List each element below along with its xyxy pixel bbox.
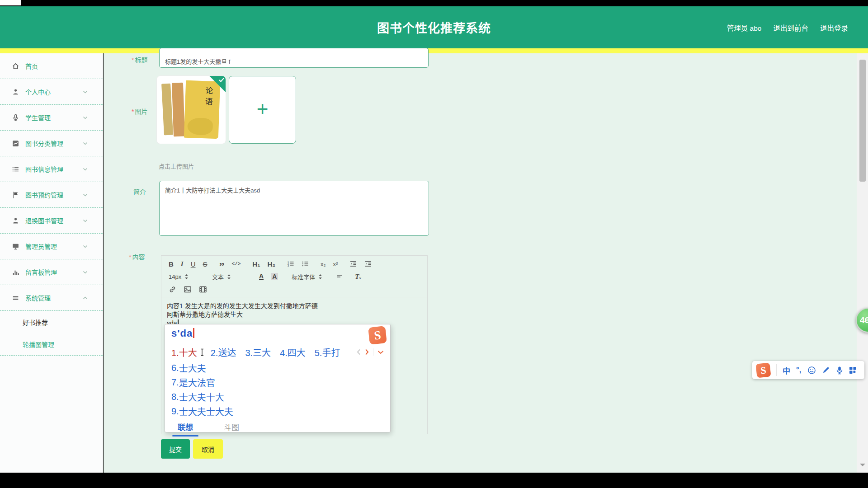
- sidebar-item-book-return-mgmt[interactable]: 退换图书管理: [0, 208, 103, 234]
- outdent-button[interactable]: [346, 258, 361, 269]
- title-input[interactable]: [159, 48, 429, 68]
- sidebar-subitem-good-book-recommend[interactable]: 好书推荐: [0, 311, 103, 333]
- title-label: *标题: [132, 55, 147, 64]
- home-icon: [12, 62, 19, 70]
- align-button[interactable]: [332, 271, 347, 282]
- chinese-mode-icon[interactable]: 中: [783, 365, 790, 376]
- cancel-button[interactable]: 取消: [193, 439, 223, 459]
- book-cover-art: [172, 83, 185, 137]
- upload-hint: 点击上传图片: [159, 162, 194, 170]
- content-line: 内容1 发生大是的发的发生大发生大发到付撒地方萨德: [167, 302, 422, 310]
- ime-candidate-8[interactable]: 8.士大夫十大: [165, 389, 390, 404]
- ime-tab-suggest[interactable]: 联想: [172, 420, 198, 436]
- insert-link-button[interactable]: [165, 284, 180, 295]
- sidebar-item-label: 管理员管理: [25, 242, 83, 251]
- bar-chart-icon: [12, 268, 19, 276]
- sidebar-item-book-info-mgmt[interactable]: 图书信息管理: [0, 156, 103, 182]
- underline-button[interactable]: U: [187, 258, 199, 269]
- sidebar-item-system-mgmt[interactable]: 系统管理: [0, 285, 103, 311]
- chevron-down-icon: [83, 245, 88, 248]
- chevron-down-icon: [83, 90, 88, 94]
- intro-textarea[interactable]: 简介1十大防守打法士大夫士大夫asd: [159, 181, 429, 236]
- ime-candidate-2[interactable]: 2.送达: [211, 346, 236, 359]
- sidebar-item-home[interactable]: 首页: [0, 53, 103, 79]
- heading1-button[interactable]: H₁: [249, 258, 264, 269]
- submit-button[interactable]: 提交: [161, 439, 190, 459]
- scrollbar-down-arrow[interactable]: [860, 464, 865, 469]
- page-next-icon[interactable]: [365, 349, 369, 355]
- sidebar-item-book-category-mgmt[interactable]: 图书分类管理: [0, 131, 103, 156]
- ime-pinyin: s'da: [171, 328, 193, 339]
- editor-toolbar: B I U S ” </> H₁ H₂ 123 x₂ x²: [161, 256, 427, 297]
- outdent-icon: [349, 260, 357, 267]
- person-icon: [12, 217, 19, 225]
- chevron-down-icon: [83, 116, 88, 119]
- blockquote-button[interactable]: ”: [216, 258, 228, 269]
- scrollbar-thumb[interactable]: [859, 60, 866, 182]
- page-prev-icon[interactable]: [357, 349, 361, 355]
- updown-caret-icon: [318, 274, 322, 280]
- ime-candidate-6[interactable]: 6.士大夫: [165, 361, 390, 375]
- sogou-logo[interactable]: S: [755, 362, 771, 378]
- superscript-button[interactable]: x²: [329, 258, 341, 269]
- svg-text:3: 3: [288, 264, 289, 267]
- app-header: 图书个性化推荐系统 管理员 abo 退出到前台 退出登录: [0, 6, 868, 48]
- ime-candidate-4[interactable]: 4.四大: [280, 346, 306, 359]
- bold-button[interactable]: B: [165, 258, 177, 269]
- punctuation-mode-icon[interactable]: °,: [796, 366, 802, 375]
- chevron-down-icon: [83, 271, 88, 274]
- sidebar-item-student-mgmt[interactable]: 学生管理: [0, 105, 103, 131]
- highlight-color-button[interactable]: A: [267, 271, 282, 282]
- heading2-button[interactable]: H₂: [264, 258, 279, 269]
- exit-to-front-link[interactable]: 退出到前台: [773, 23, 808, 33]
- italic-button[interactable]: I: [177, 258, 187, 269]
- ime-candidate-9[interactable]: 9.士大夫士大夫: [165, 404, 390, 418]
- plus-icon: +: [257, 99, 269, 119]
- link-icon: [169, 286, 176, 293]
- sidebar-item-personal-center[interactable]: 个人中心: [0, 79, 103, 105]
- font-size-select[interactable]: 14px: [165, 271, 200, 282]
- strikethrough-button[interactable]: S: [199, 258, 211, 269]
- bullet-list-button[interactable]: [298, 258, 312, 269]
- indent-button[interactable]: [361, 258, 376, 269]
- ime-tab-meme[interactable]: 斗图: [218, 420, 245, 436]
- book-cover-art: [161, 84, 173, 136]
- ime-candidate-5[interactable]: 5.手打: [315, 346, 340, 359]
- handwriting-pen-icon[interactable]: [822, 366, 830, 374]
- ime-candidate-3[interactable]: 3.三大: [245, 346, 271, 359]
- sogou-menu-grid-icon[interactable]: [849, 366, 857, 374]
- sidebar-subitem-carousel-mgmt[interactable]: 轮播图管理: [0, 333, 103, 355]
- code-block-button[interactable]: </>: [228, 258, 245, 269]
- insert-video-button[interactable]: [195, 284, 211, 295]
- image-upload-button[interactable]: +: [229, 76, 296, 144]
- page-title: 图书个性化推荐系统: [377, 19, 491, 36]
- nav-separator: [373, 348, 373, 356]
- page-scrollbar[interactable]: [857, 53, 868, 473]
- insert-image-button[interactable]: [180, 284, 195, 295]
- paragraph-format-select[interactable]: 文本: [208, 271, 248, 282]
- text-color-button[interactable]: A: [255, 271, 267, 282]
- ime-candidate-7[interactable]: 7.是大法官: [165, 375, 390, 389]
- clear-format-button[interactable]: Tₓ: [351, 271, 365, 282]
- sidebar-item-label: 学生管理: [25, 113, 83, 122]
- voice-input-icon[interactable]: [836, 366, 843, 375]
- bullet-list-icon: [302, 260, 309, 267]
- sidebar-item-admin-mgmt[interactable]: 管理员管理: [0, 234, 103, 259]
- emoji-icon[interactable]: [807, 366, 816, 375]
- ordered-list-button[interactable]: 123: [283, 258, 298, 269]
- font-family-select[interactable]: 标准字体: [288, 271, 326, 282]
- list-icon: [12, 165, 19, 173]
- toolbar-divider: [776, 364, 777, 376]
- sidebar-item-message-board-mgmt[interactable]: 留言板管理: [0, 259, 103, 285]
- expand-candidates-icon[interactable]: [377, 350, 384, 354]
- accent-strip: [0, 48, 868, 53]
- subscript-button[interactable]: x₂: [317, 258, 330, 269]
- logout-link[interactable]: 退出登录: [820, 23, 848, 33]
- intro-label: 简介: [133, 187, 146, 196]
- ime-candidate-1[interactable]: 1.十大: [171, 346, 197, 359]
- sidebar-item-book-reservation-mgmt[interactable]: 图书预约管理: [0, 182, 103, 208]
- microphone-icon: [12, 114, 19, 122]
- chevron-down-icon: [83, 219, 88, 222]
- chevron-down-icon: [83, 193, 88, 197]
- uploaded-image-thumbnail[interactable]: 论语: [157, 76, 226, 144]
